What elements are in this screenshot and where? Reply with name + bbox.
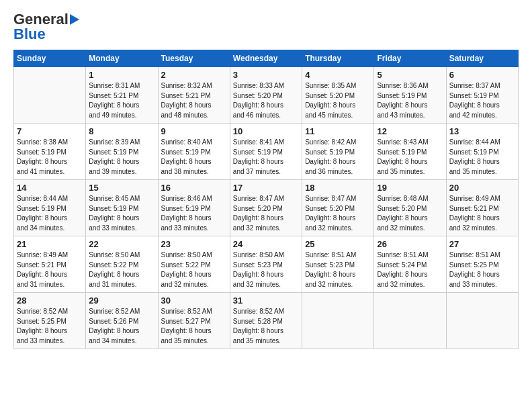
weekday-sunday: Sunday: [14, 50, 86, 67]
day-number: 31: [233, 295, 299, 306]
day-info: Sunrise: 8:52 AM Sunset: 5:26 PM Dayligh…: [89, 307, 154, 346]
day-number: 5: [377, 70, 443, 80]
calendar-cell: 27Sunrise: 8:51 AM Sunset: 5:25 PM Dayli…: [446, 236, 518, 293]
weekday-thursday: Thursday: [302, 50, 374, 67]
calendar-cell: 12Sunrise: 8:43 AM Sunset: 5:19 PM Dayli…: [374, 124, 446, 180]
day-info: Sunrise: 8:52 AM Sunset: 5:28 PM Dayligh…: [233, 307, 299, 346]
calendar-cell: 15Sunrise: 8:45 AM Sunset: 5:19 PM Dayli…: [86, 180, 158, 236]
day-info: Sunrise: 8:31 AM Sunset: 5:21 PM Dayligh…: [89, 81, 154, 120]
week-row-1: 7Sunrise: 8:38 AM Sunset: 5:19 PM Daylig…: [14, 124, 519, 180]
day-info: Sunrise: 8:37 AM Sunset: 5:19 PM Dayligh…: [449, 81, 515, 120]
logo-blue: Blue: [13, 26, 46, 43]
day-number: 14: [17, 183, 83, 193]
day-info: Sunrise: 8:50 AM Sunset: 5:22 PM Dayligh…: [89, 250, 154, 289]
day-number: 27: [449, 239, 515, 249]
calendar-cell: [302, 293, 374, 349]
day-info: Sunrise: 8:43 AM Sunset: 5:19 PM Dayligh…: [377, 138, 443, 177]
day-number: 4: [305, 70, 371, 80]
day-number: 3: [233, 70, 299, 80]
calendar-cell: 24Sunrise: 8:50 AM Sunset: 5:23 PM Dayli…: [230, 236, 302, 293]
calendar-cell: 31Sunrise: 8:52 AM Sunset: 5:28 PM Dayli…: [230, 293, 302, 349]
day-info: Sunrise: 8:41 AM Sunset: 5:19 PM Dayligh…: [233, 138, 299, 177]
day-info: Sunrise: 8:46 AM Sunset: 5:19 PM Dayligh…: [161, 194, 227, 233]
week-row-3: 21Sunrise: 8:49 AM Sunset: 5:21 PM Dayli…: [14, 236, 519, 293]
calendar-cell: 1Sunrise: 8:31 AM Sunset: 5:21 PM Daylig…: [86, 67, 158, 124]
day-number: 7: [17, 126, 83, 136]
calendar-cell: 4Sunrise: 8:35 AM Sunset: 5:20 PM Daylig…: [302, 67, 374, 124]
weekday-monday: Monday: [86, 50, 158, 67]
day-info: Sunrise: 8:48 AM Sunset: 5:20 PM Dayligh…: [377, 194, 443, 233]
day-number: 6: [449, 70, 515, 80]
calendar-cell: 26Sunrise: 8:51 AM Sunset: 5:24 PM Dayli…: [374, 236, 446, 293]
calendar-cell: 14Sunrise: 8:44 AM Sunset: 5:19 PM Dayli…: [14, 180, 86, 236]
calendar-cell: 21Sunrise: 8:49 AM Sunset: 5:21 PM Dayli…: [14, 236, 86, 293]
day-number: 23: [161, 239, 227, 249]
calendar-cell: 20Sunrise: 8:49 AM Sunset: 5:21 PM Dayli…: [446, 180, 518, 236]
day-number: 18: [305, 183, 371, 193]
page-container: General Blue SundayMondayTuesdayWednesda…: [0, 0, 532, 356]
calendar-cell: [14, 67, 86, 124]
day-number: 2: [161, 70, 227, 80]
day-info: Sunrise: 8:44 AM Sunset: 5:19 PM Dayligh…: [449, 138, 515, 177]
day-number: 21: [17, 239, 83, 249]
day-info: Sunrise: 8:52 AM Sunset: 5:27 PM Dayligh…: [161, 307, 227, 346]
calendar-cell: 22Sunrise: 8:50 AM Sunset: 5:22 PM Dayli…: [86, 236, 158, 293]
day-info: Sunrise: 8:51 AM Sunset: 5:24 PM Dayligh…: [377, 250, 443, 289]
day-info: Sunrise: 8:51 AM Sunset: 5:23 PM Dayligh…: [305, 250, 371, 289]
calendar-cell: 28Sunrise: 8:52 AM Sunset: 5:25 PM Dayli…: [14, 293, 86, 349]
day-info: Sunrise: 8:40 AM Sunset: 5:19 PM Dayligh…: [161, 138, 227, 177]
day-info: Sunrise: 8:51 AM Sunset: 5:25 PM Dayligh…: [449, 250, 515, 289]
calendar-cell: 9Sunrise: 8:40 AM Sunset: 5:19 PM Daylig…: [158, 124, 230, 180]
header: General Blue: [13, 11, 519, 43]
day-info: Sunrise: 8:49 AM Sunset: 5:21 PM Dayligh…: [17, 250, 83, 289]
logo: General Blue: [13, 11, 79, 43]
calendar-cell: 23Sunrise: 8:50 AM Sunset: 5:22 PM Dayli…: [158, 236, 230, 293]
weekday-saturday: Saturday: [446, 50, 518, 67]
calendar-cell: 2Sunrise: 8:32 AM Sunset: 5:21 PM Daylig…: [158, 67, 230, 124]
day-info: Sunrise: 8:45 AM Sunset: 5:19 PM Dayligh…: [89, 194, 154, 233]
day-info: Sunrise: 8:32 AM Sunset: 5:21 PM Dayligh…: [161, 81, 227, 120]
weekday-friday: Friday: [374, 50, 446, 67]
calendar-cell: 5Sunrise: 8:36 AM Sunset: 5:19 PM Daylig…: [374, 67, 446, 124]
calendar-cell: 19Sunrise: 8:48 AM Sunset: 5:20 PM Dayli…: [374, 180, 446, 236]
day-number: 8: [89, 126, 154, 136]
weekday-tuesday: Tuesday: [158, 50, 230, 67]
day-number: 24: [233, 239, 299, 249]
day-number: 19: [377, 183, 443, 193]
day-number: 22: [89, 239, 154, 249]
weekday-wednesday: Wednesday: [230, 50, 302, 67]
day-number: 13: [449, 126, 515, 136]
calendar-cell: 6Sunrise: 8:37 AM Sunset: 5:19 PM Daylig…: [446, 67, 518, 124]
calendar-cell: 16Sunrise: 8:46 AM Sunset: 5:19 PM Dayli…: [158, 180, 230, 236]
logo-arrow-icon: [70, 14, 79, 25]
day-number: 29: [89, 295, 154, 306]
day-number: 11: [305, 126, 371, 136]
day-number: 1: [89, 70, 154, 80]
day-info: Sunrise: 8:44 AM Sunset: 5:19 PM Dayligh…: [17, 194, 83, 233]
calendar-table: SundayMondayTuesdayWednesdayThursdayFrid…: [13, 50, 519, 349]
day-info: Sunrise: 8:50 AM Sunset: 5:22 PM Dayligh…: [161, 250, 227, 289]
calendar-cell: 25Sunrise: 8:51 AM Sunset: 5:23 PM Dayli…: [302, 236, 374, 293]
week-row-4: 28Sunrise: 8:52 AM Sunset: 5:25 PM Dayli…: [14, 293, 519, 349]
calendar-cell: 13Sunrise: 8:44 AM Sunset: 5:19 PM Dayli…: [446, 124, 518, 180]
day-info: Sunrise: 8:38 AM Sunset: 5:19 PM Dayligh…: [17, 138, 83, 177]
calendar-cell: 17Sunrise: 8:47 AM Sunset: 5:20 PM Dayli…: [230, 180, 302, 236]
day-number: 28: [17, 295, 83, 306]
day-number: 10: [233, 126, 299, 136]
calendar-cell: 3Sunrise: 8:33 AM Sunset: 5:20 PM Daylig…: [230, 67, 302, 124]
calendar-cell: 29Sunrise: 8:52 AM Sunset: 5:26 PM Dayli…: [86, 293, 158, 349]
calendar-cell: 18Sunrise: 8:47 AM Sunset: 5:20 PM Dayli…: [302, 180, 374, 236]
calendar-cell: 10Sunrise: 8:41 AM Sunset: 5:19 PM Dayli…: [230, 124, 302, 180]
day-info: Sunrise: 8:33 AM Sunset: 5:20 PM Dayligh…: [233, 81, 299, 120]
day-info: Sunrise: 8:39 AM Sunset: 5:19 PM Dayligh…: [89, 138, 154, 177]
day-number: 20: [449, 183, 515, 193]
calendar-cell: [374, 293, 446, 349]
calendar-cell: [446, 293, 518, 349]
week-row-0: 1Sunrise: 8:31 AM Sunset: 5:21 PM Daylig…: [14, 67, 519, 124]
day-number: 12: [377, 126, 443, 136]
day-number: 30: [161, 295, 227, 306]
day-number: 15: [89, 183, 154, 193]
week-row-2: 14Sunrise: 8:44 AM Sunset: 5:19 PM Dayli…: [14, 180, 519, 236]
day-info: Sunrise: 8:50 AM Sunset: 5:23 PM Dayligh…: [233, 250, 299, 289]
day-info: Sunrise: 8:47 AM Sunset: 5:20 PM Dayligh…: [233, 194, 299, 233]
